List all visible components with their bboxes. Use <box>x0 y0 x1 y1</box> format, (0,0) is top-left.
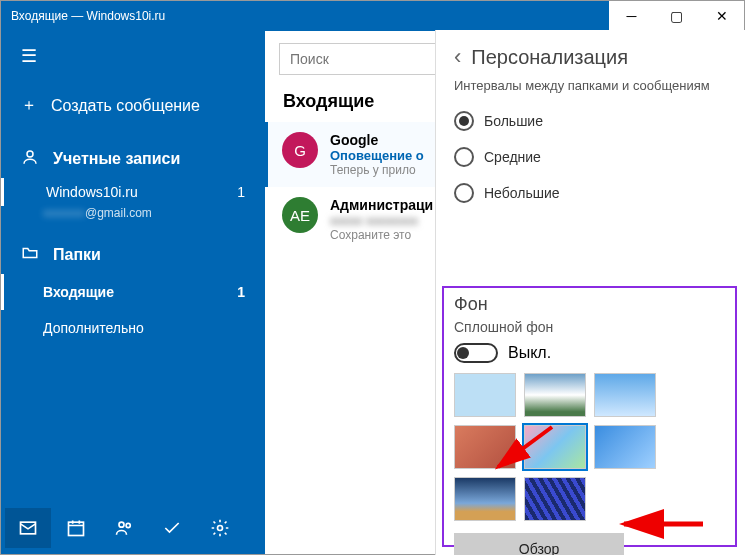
svg-point-3 <box>119 522 124 527</box>
mail-icon[interactable] <box>5 508 51 548</box>
bg-thumb[interactable] <box>454 425 516 469</box>
bg-title: Фон <box>454 294 725 315</box>
sidebar: ☰ ＋ Создать сообщение Учетные записи Win… <box>1 31 265 554</box>
bg-thumbnails <box>454 373 725 521</box>
avatar: G <box>282 132 318 168</box>
bg-thumb[interactable] <box>594 373 656 417</box>
bg-thumb[interactable] <box>454 477 516 521</box>
folder-icon <box>21 244 39 266</box>
account-item[interactable]: Windows10i.ru 1 <box>1 178 265 206</box>
radio-icon <box>454 147 474 167</box>
maximize-button[interactable]: ▢ <box>654 1 699 31</box>
bg-thumb[interactable] <box>524 373 586 417</box>
bg-thumb[interactable] <box>594 425 656 469</box>
svg-rect-2 <box>69 522 84 535</box>
personalization-panel: ‹ Персонализация Интервалы между папками… <box>435 30 745 555</box>
toggle-track <box>454 343 498 363</box>
account-badge: 1 <box>237 184 245 200</box>
plus-icon: ＋ <box>21 95 37 116</box>
svg-point-4 <box>126 523 130 527</box>
background-section: Фон Сплошной фон Выкл. Обзор <box>442 286 737 547</box>
minimize-button[interactable]: ─ <box>609 1 654 31</box>
radio-medium[interactable]: Средние <box>454 139 727 175</box>
svg-point-5 <box>218 526 223 531</box>
back-icon[interactable]: ‹ <box>454 44 461 70</box>
browse-button[interactable]: Обзор <box>454 533 624 555</box>
compose-button[interactable]: ＋ Создать сообщение <box>1 81 265 130</box>
radio-small[interactable]: Небольшие <box>454 175 727 211</box>
window-title: Входящие — Windows10i.ru <box>11 9 165 23</box>
settings-icon[interactable] <box>197 508 243 548</box>
folder-more[interactable]: Дополнительно <box>1 310 265 346</box>
bg-thumb[interactable] <box>454 373 516 417</box>
todo-icon[interactable] <box>149 508 195 548</box>
svg-point-0 <box>27 151 33 157</box>
titlebar: Входящие — Windows10i.ru ─ ▢ ✕ <box>1 1 744 31</box>
account-email: xxxxxxx@gmail.com <box>1 206 265 226</box>
avatar: АЕ <box>282 197 318 233</box>
bg-thumb[interactable] <box>524 477 586 521</box>
person-icon <box>21 148 39 170</box>
bottom-bar <box>1 502 265 554</box>
bg-thumb-selected[interactable] <box>524 425 586 469</box>
compose-label: Создать сообщение <box>51 97 200 115</box>
folder-inbox[interactable]: Входящие 1 <box>1 274 265 310</box>
accounts-header[interactable]: Учетные записи <box>1 130 265 178</box>
toggle-label: Выкл. <box>508 344 551 362</box>
calendar-icon[interactable] <box>53 508 99 548</box>
hamburger-icon[interactable]: ☰ <box>1 31 265 81</box>
people-icon[interactable] <box>101 508 147 548</box>
radio-large[interactable]: Большие <box>454 103 727 139</box>
bg-toggle[interactable]: Выкл. <box>454 343 725 363</box>
radio-icon <box>454 111 474 131</box>
radio-icon <box>454 183 474 203</box>
panel-title: Персонализация <box>471 46 628 69</box>
spacing-label: Интервалы между папками и сообщениям <box>454 78 727 93</box>
close-button[interactable]: ✕ <box>699 1 744 31</box>
bg-solid-label: Сплошной фон <box>454 319 725 335</box>
folders-header[interactable]: Папки <box>1 226 265 274</box>
